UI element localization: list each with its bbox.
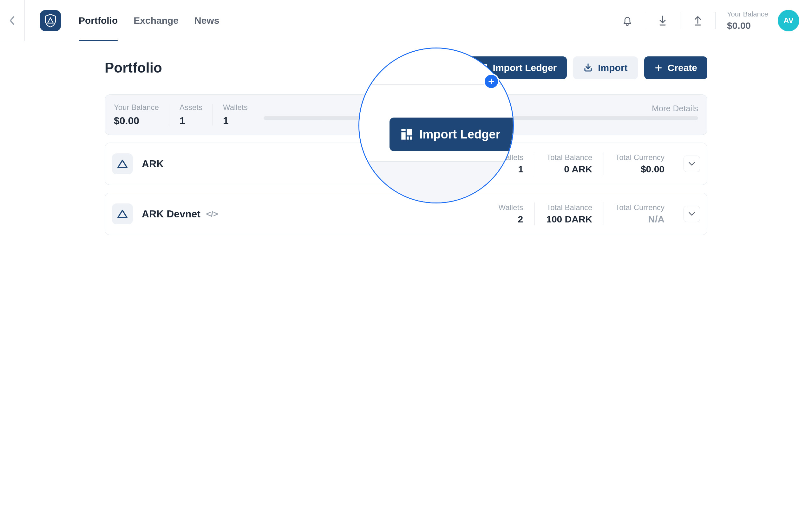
header-right: Your Balance $0.00 AV <box>610 10 799 32</box>
asset-name: ARK Devnet </> <box>142 208 218 220</box>
chevron-left-icon <box>9 15 15 26</box>
label: Wallets <box>223 103 248 112</box>
plus-icon <box>654 64 663 72</box>
asset-stats: Wallets 2 Total Balance 100 DARK Total C… <box>487 203 700 225</box>
asset-currency: Total Currency N/A <box>604 203 676 225</box>
label: Total Currency <box>615 203 664 212</box>
more-details-link[interactable]: More Details <box>652 104 698 113</box>
button-label: Import <box>598 62 627 73</box>
nav-news[interactable]: News <box>194 0 219 41</box>
create-button[interactable]: Create <box>644 56 707 79</box>
chevron-down-icon <box>688 162 695 166</box>
value: 2 <box>498 214 523 225</box>
value: 0 ARK <box>547 164 592 175</box>
arrow-up-icon <box>693 15 702 26</box>
avatar[interactable]: AV <box>778 10 799 32</box>
svg-rect-8 <box>485 69 487 72</box>
button-label: Import Ledger <box>493 62 557 73</box>
summary-balance: Your Balance $0.00 <box>114 103 169 127</box>
asset-name: ARK <box>142 158 164 170</box>
arrow-down-icon <box>658 15 667 26</box>
page-actions: Import Ledger Import Create <box>468 56 707 79</box>
label: Wallets <box>499 153 523 162</box>
divider <box>715 12 716 29</box>
ark-shield-icon <box>44 14 57 27</box>
import-ledger-button[interactable]: Import Ledger <box>468 56 567 79</box>
expand-button[interactable] <box>683 156 700 172</box>
value: 100 DARK <box>546 214 592 225</box>
asset-icon <box>112 153 133 174</box>
label: Total Currency <box>615 153 664 162</box>
ark-icon <box>117 209 128 219</box>
summary-assets: Assets 1 <box>169 103 212 127</box>
notifications-button[interactable] <box>610 15 645 26</box>
nav-portfolio[interactable]: Portfolio <box>79 0 118 41</box>
asset-wallets: Wallets 1 <box>487 153 535 175</box>
title-row: Portfolio Import Ledger Import <box>105 56 707 79</box>
asset-wallets: Wallets 2 <box>487 203 535 225</box>
chevron-down-icon <box>688 212 695 216</box>
asset-balance: Total Balance 0 ARK <box>535 153 604 175</box>
label: Total Balance <box>547 153 592 162</box>
import-icon <box>583 63 593 72</box>
summary-wallets: Wallets 1 <box>213 103 258 127</box>
label: Your Balance <box>114 103 159 112</box>
ark-icon <box>117 159 128 169</box>
svg-rect-4 <box>479 64 482 66</box>
summary-card: Your Balance $0.00 Assets 1 Wallets 1 Mo… <box>105 95 707 135</box>
asset-row-ark-devnet[interactable]: ARK Devnet </> Wallets 2 Total Balance 1… <box>105 193 707 235</box>
header-balance: Your Balance $0.00 <box>727 10 768 31</box>
asset-balance: Total Balance 100 DARK <box>535 203 604 225</box>
send-button[interactable] <box>680 15 715 26</box>
value: $0.00 <box>114 115 159 127</box>
page-title: Portfolio <box>105 60 162 76</box>
asset-icon <box>112 204 133 224</box>
button-label: Create <box>668 62 697 73</box>
value: $0.00 <box>615 164 664 175</box>
value: 1 <box>499 164 523 175</box>
bell-icon <box>622 15 632 26</box>
header: Portfolio Exchange News <box>0 0 812 41</box>
asset-row-ark[interactable]: ARK Wallets 1 Total Balance 0 ARK Total … <box>105 143 707 185</box>
receive-button[interactable] <box>645 15 680 26</box>
balance-label: Your Balance <box>727 10 768 18</box>
import-button[interactable]: Import <box>573 56 638 79</box>
nav-exchange[interactable]: Exchange <box>134 0 179 41</box>
main-content: Portfolio Import Ledger Import <box>0 41 812 235</box>
svg-rect-5 <box>483 64 487 69</box>
value: 1 <box>223 115 248 127</box>
balance-value: $0.00 <box>727 20 768 31</box>
label: Wallets <box>498 203 523 212</box>
summary-progress-bar <box>264 116 698 120</box>
label: Total Balance <box>546 203 592 212</box>
ledger-icon <box>478 63 488 72</box>
asset-stats: Wallets 1 Total Balance 0 ARK Total Curr… <box>487 153 700 175</box>
svg-rect-7 <box>483 69 485 72</box>
name-text: ARK Devnet <box>142 208 200 220</box>
value: N/A <box>615 214 664 225</box>
asset-currency: Total Currency $0.00 <box>604 153 676 175</box>
svg-rect-6 <box>479 66 482 72</box>
label: Assets <box>180 103 202 112</box>
devnet-badge: </> <box>206 209 218 219</box>
main-nav: Portfolio Exchange News <box>79 0 219 41</box>
expand-button[interactable] <box>683 206 700 222</box>
app-logo[interactable] <box>40 10 61 31</box>
name-text: ARK <box>142 158 164 170</box>
back-button[interactable] <box>0 0 25 41</box>
value: 1 <box>180 115 202 127</box>
